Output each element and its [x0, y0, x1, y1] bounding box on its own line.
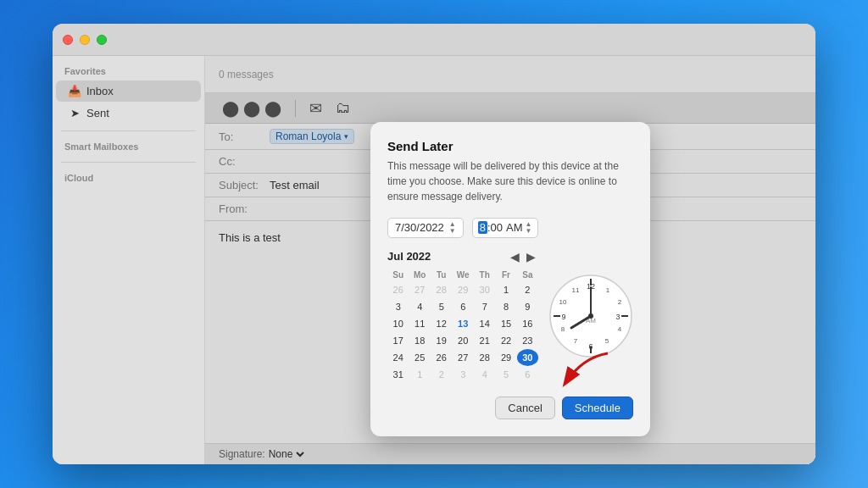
inbox-label: Inbox	[86, 85, 114, 97]
sent-icon: ➤	[68, 107, 81, 119]
cal-day[interactable]: 30	[474, 281, 495, 298]
cal-day[interactable]: 1	[495, 281, 516, 298]
cal-day[interactable]: 6	[517, 366, 538, 383]
cal-day[interactable]: 22	[495, 332, 516, 349]
svg-text:9: 9	[561, 313, 565, 321]
time-colon: :00	[487, 221, 503, 234]
maximize-button[interactable]	[97, 35, 107, 45]
calendar-prev[interactable]: ◀	[508, 250, 522, 263]
calendar-header: Jul 2022 ◀ ▶	[387, 250, 538, 263]
cal-day[interactable]: 5	[495, 366, 516, 383]
titlebar	[53, 24, 815, 56]
cal-day[interactable]: 5	[431, 298, 452, 315]
main-area: 0 messages ⬤ ⬤ ⬤ ✉ 🗂 To: Roman Loyola ▾	[205, 56, 815, 464]
cal-day[interactable]: 4	[409, 298, 431, 315]
modal-overlay: Send Later This message will be delivere…	[205, 93, 815, 464]
window-body: Favorites 📥 Inbox ➤ Sent Smart Mailboxes…	[53, 56, 815, 464]
cal-day[interactable]: 28	[431, 281, 452, 298]
svg-text:3: 3	[615, 313, 620, 321]
cal-day[interactable]: 13	[452, 315, 474, 332]
cal-day[interactable]: 2	[431, 366, 452, 383]
cal-day[interactable]: 20	[452, 332, 474, 349]
sidebar: Favorites 📥 Inbox ➤ Sent Smart Mailboxes…	[53, 56, 205, 464]
cal-day[interactable]: 19	[431, 332, 452, 349]
cal-weekday: Tu	[431, 269, 452, 281]
cancel-button[interactable]: Cancel	[495, 396, 554, 419]
cal-day[interactable]: 21	[474, 332, 495, 349]
analog-clock: 12 3 6 9 1 2 4 5 7	[548, 274, 633, 358]
cal-day[interactable]: 4	[474, 366, 495, 383]
cal-day[interactable]: 1	[409, 366, 431, 383]
cal-day[interactable]: 8	[495, 298, 516, 315]
cal-day[interactable]: 29	[452, 281, 474, 298]
calendar-month-label: Jul 2022	[387, 250, 431, 263]
cal-weekday: Fr	[495, 269, 516, 281]
cal-day[interactable]: 26	[431, 349, 452, 366]
calendar-grid: SuMoTuWeThFrSa 2627282930123456789101112…	[387, 269, 538, 383]
cal-day[interactable]: 29	[495, 349, 516, 366]
close-button[interactable]	[63, 35, 73, 45]
message-count: 0 messages	[219, 69, 274, 80]
cal-day[interactable]: 12	[431, 315, 452, 332]
cal-week-row: 24252627282930	[387, 349, 538, 366]
cal-week-row: 10111213141516	[387, 315, 538, 332]
sidebar-divider	[61, 130, 196, 131]
svg-point-20	[588, 313, 593, 319]
cal-day[interactable]: 24	[387, 349, 409, 366]
cal-day[interactable]: 2	[517, 281, 538, 298]
sidebar-item-sent[interactable]: ➤ Sent	[56, 103, 201, 124]
cal-day[interactable]: 27	[452, 349, 474, 366]
cal-day[interactable]: 25	[409, 349, 431, 366]
schedule-button[interactable]: Schedule	[562, 396, 633, 419]
smart-mailboxes-label: Smart Mailboxes	[53, 138, 204, 155]
sidebar-item-inbox[interactable]: 📥 Inbox	[56, 80, 201, 102]
date-value: 7/30/2022	[395, 221, 444, 234]
time-down-arrow[interactable]: ▼	[526, 228, 532, 235]
modal-buttons: Cancel Schedule	[387, 396, 633, 419]
time-stepper[interactable]: ▲ ▼	[526, 221, 532, 235]
modal-title: Send Later	[387, 139, 633, 153]
cal-day[interactable]: 18	[409, 332, 431, 349]
cal-day[interactable]: 17	[387, 332, 409, 349]
cal-day[interactable]: 16	[517, 315, 538, 332]
svg-text:10: 10	[559, 298, 567, 306]
compose-area: ⬤ ⬤ ⬤ ✉ 🗂 To: Roman Loyola ▾ Cc:	[205, 93, 815, 464]
cal-header-row: SuMoTuWeThFrSa	[387, 269, 538, 281]
send-later-modal: Send Later This message will be delivere…	[370, 122, 650, 436]
calendar: Jul 2022 ◀ ▶ SuMoTuWeThFrSa	[387, 250, 538, 383]
cal-day[interactable]: 11	[409, 315, 431, 332]
cal-week-row: 17181920212223	[387, 332, 538, 349]
cal-day[interactable]: 27	[409, 281, 431, 298]
cal-day[interactable]: 6	[452, 298, 474, 315]
date-input[interactable]: 7/30/2022 ▲ ▼	[387, 218, 464, 238]
time-input[interactable]: 8 :00 AM ▲ ▼	[472, 218, 538, 238]
cal-day[interactable]: 10	[387, 315, 409, 332]
mail-toolbar: 0 messages	[205, 56, 815, 93]
cal-week-row: 31123456	[387, 366, 538, 383]
cal-week-row: 3456789	[387, 298, 538, 315]
cal-day[interactable]: 7	[474, 298, 495, 315]
svg-text:11: 11	[572, 286, 580, 294]
icloud-label: iCloud	[53, 169, 204, 186]
cal-day[interactable]: 9	[517, 298, 538, 315]
cal-day[interactable]: 23	[517, 332, 538, 349]
cal-day[interactable]: 28	[474, 349, 495, 366]
cal-day[interactable]: 31	[387, 366, 409, 383]
calendar-next[interactable]: ▶	[524, 250, 538, 263]
minimize-button[interactable]	[80, 35, 90, 45]
svg-text:2: 2	[618, 298, 622, 306]
cal-day[interactable]: 30	[517, 349, 538, 366]
cal-weekday: Sa	[517, 269, 538, 281]
cal-day[interactable]: 3	[452, 366, 474, 383]
date-down-arrow[interactable]: ▼	[449, 228, 456, 235]
cal-day[interactable]: 14	[474, 315, 495, 332]
arrow-annotation	[548, 349, 616, 391]
svg-text:7: 7	[574, 337, 578, 345]
modal-description: This message will be delivered by this d…	[387, 158, 633, 204]
favorites-label: Favorites	[53, 63, 204, 80]
cal-day[interactable]: 15	[495, 315, 516, 332]
date-stepper[interactable]: ▲ ▼	[449, 221, 456, 235]
cal-day[interactable]: 26	[387, 281, 409, 298]
cal-day[interactable]: 3	[387, 298, 409, 315]
svg-text:1: 1	[606, 286, 610, 294]
